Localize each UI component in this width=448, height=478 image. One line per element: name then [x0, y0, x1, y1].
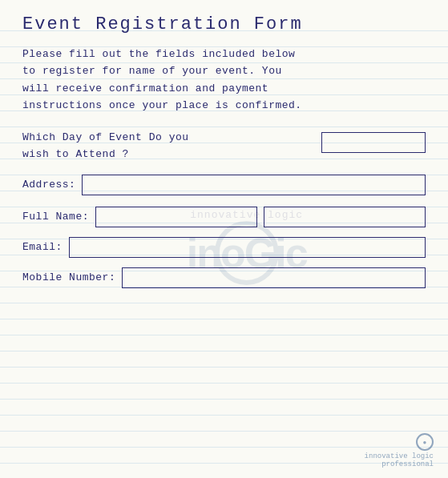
day-event-label: Which Day of Event Do you wish to Attend…	[22, 129, 313, 163]
brand-sub: professional	[381, 460, 434, 468]
day-event-label-line1: Which Day of Event Do you	[22, 131, 189, 143]
last-name-input[interactable]	[264, 207, 426, 227]
address-label: Address:	[22, 179, 75, 191]
day-event-row: Which Day of Event Do you wish to Attend…	[22, 129, 426, 163]
bottom-logo: ● innovative logic professional	[365, 433, 434, 468]
mobile-row: Mobile Number:	[22, 267, 426, 288]
desc-line2: to register for name of your event. You	[22, 65, 282, 77]
day-event-label-line2: wish to Attend ?	[22, 148, 129, 160]
mobile-input[interactable]	[122, 267, 426, 288]
notebook-page: innovative logic inoGic Event Registrati…	[0, 0, 448, 478]
full-name-row: Full Name:	[22, 207, 426, 227]
full-name-inputs	[95, 207, 426, 227]
bottom-logo-icon: ●	[416, 433, 434, 451]
desc-line4: instructions once your place is confirme…	[22, 99, 302, 111]
brand-name: innovative logic	[365, 452, 434, 460]
email-input[interactable]	[69, 237, 426, 258]
address-input[interactable]	[82, 175, 426, 195]
form-content: Event Registration Form Please fill out …	[22, 14, 426, 288]
address-row: Address:	[22, 175, 426, 195]
day-event-input[interactable]	[321, 132, 426, 153]
mobile-label: Mobile Number:	[22, 271, 115, 283]
page-title: Event Registration Form	[22, 14, 426, 34]
description: Please fill out the fields included belo…	[22, 46, 426, 114]
first-name-input[interactable]	[95, 207, 257, 227]
email-row: Email:	[22, 237, 426, 258]
desc-line3: will receive confirmation and payment	[22, 82, 268, 94]
desc-line1: Please fill out the fields included belo…	[22, 48, 295, 60]
email-label: Email:	[22, 241, 63, 253]
full-name-label: Full Name:	[22, 211, 89, 223]
